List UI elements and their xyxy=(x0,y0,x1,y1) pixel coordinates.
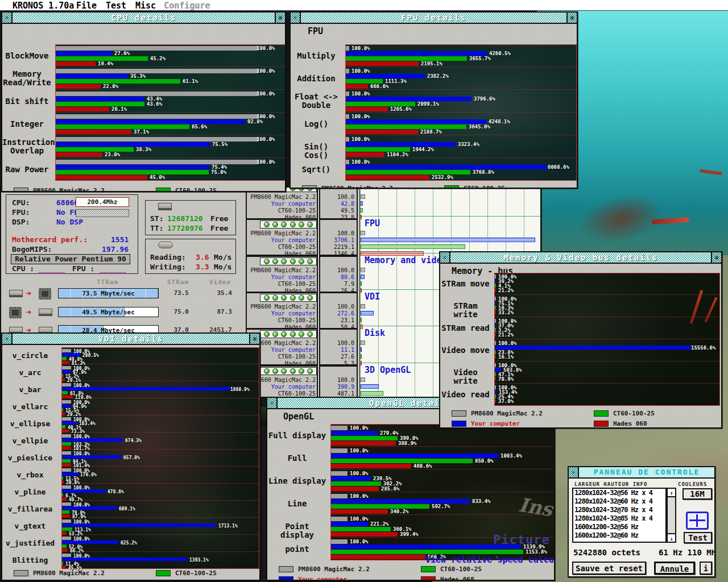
menu-misc[interactable]: Misc xyxy=(135,1,156,11)
close-icon[interactable]: ✕ xyxy=(2,334,13,344)
resolution-list-item[interactable]: 1600x1200-32@60 Hz xyxy=(573,531,665,540)
cpu-title-bar[interactable]: ✕ CPU details ▣ xyxy=(2,13,285,24)
bar-segment xyxy=(56,56,148,61)
result-value: 11.1 xyxy=(320,347,354,354)
bar-segment xyxy=(495,355,496,359)
bar-segment xyxy=(331,539,348,544)
info-button[interactable]: i xyxy=(700,562,712,575)
bar-value-label: 3768.8% xyxy=(473,170,494,175)
resolution-list-item[interactable]: 728x582-32@60 Hz x 4 xyxy=(573,497,665,506)
bar-segment xyxy=(56,124,189,129)
bar-value-label: 6068.6% xyxy=(548,165,569,170)
list-scrollbar[interactable]: ↑ ↓ xyxy=(667,488,676,543)
bar-segment xyxy=(346,119,486,124)
bar-segment xyxy=(331,454,498,458)
st-free-value: 12687120 xyxy=(167,214,203,223)
resolution-list-item[interactable]: 1600x1200-32@56 Hz xyxy=(573,523,665,531)
bar-value-label: 21.2% xyxy=(498,288,514,293)
bar-segment xyxy=(495,319,496,323)
scroll-up-icon[interactable]: ↑ xyxy=(668,489,675,497)
bar-value-label: 176.8% xyxy=(80,472,97,477)
benchmark-label: v_ellpie xyxy=(2,437,58,445)
benchmark-group: 100.0%92.8%65.6%37.1% xyxy=(56,113,285,135)
monitor-resize-icon[interactable] xyxy=(686,512,709,530)
benchmark-label: v_ellarc xyxy=(2,403,58,411)
benchmark-group: 100.0%625.2%52.0%66.2% xyxy=(62,535,259,552)
resolution-list-item[interactable]: 728x582-32@56 Hz x 4 xyxy=(573,489,665,497)
tt-label: TT: xyxy=(150,224,163,232)
bar-value-label: 1003.4% xyxy=(500,454,522,459)
fuller-icon[interactable]: ▣ xyxy=(711,252,721,263)
fuller-icon[interactable]: ▣ xyxy=(275,13,285,23)
resolution-list-item[interactable]: 728x582-32@70 Hz x 4 xyxy=(573,506,665,514)
legend-swatch xyxy=(452,421,466,427)
relative-power-button[interactable]: Relative Power Pentium 90 xyxy=(11,254,130,264)
fuller-icon[interactable]: ▣ xyxy=(566,13,577,23)
video-value: 35.4 xyxy=(205,289,232,297)
test-button[interactable]: Test xyxy=(684,532,712,543)
section-header: OpenGL xyxy=(283,411,314,422)
bar-value-label: 1153.8% xyxy=(526,550,547,555)
bar-segment xyxy=(495,341,496,345)
result-value: 272.6 xyxy=(320,310,354,317)
bar-segment xyxy=(62,357,67,360)
close-icon[interactable]: ✕ xyxy=(440,252,450,263)
result-value: 100.0 xyxy=(320,230,354,237)
result-value: 100.0 xyxy=(320,194,354,201)
bar-segment xyxy=(331,471,348,476)
close-icon[interactable]: ✕ xyxy=(569,467,579,477)
bar-segment xyxy=(62,506,117,510)
bar-segment xyxy=(62,502,71,506)
close-icon[interactable]: ✕ xyxy=(2,13,13,23)
writing-unit: Mo/s xyxy=(214,263,231,271)
bar-segment xyxy=(346,56,467,61)
led-indicator xyxy=(290,295,296,301)
bar-segment xyxy=(62,493,63,497)
control-panel-title-bar[interactable]: ✕ PANNEAU DE CONTROLE xyxy=(569,467,714,479)
benchmark-label: Video write xyxy=(440,368,491,385)
benchmark-group: 100.0%1868.9%61.8%119.6% xyxy=(62,382,259,398)
menu-configure[interactable]: Configure xyxy=(164,1,210,11)
bar-segment xyxy=(62,442,71,446)
close-icon[interactable]: ✕ xyxy=(267,398,278,408)
cancel-button[interactable]: Annule xyxy=(654,562,695,575)
menu-file[interactable]: File xyxy=(76,1,97,11)
vdi-title-bar[interactable]: ✕ VDI details ▣ xyxy=(2,334,259,345)
relative-bar xyxy=(361,361,362,365)
benchmark-label: Video move xyxy=(440,346,491,355)
save-reset-button[interactable]: Sauve et reset xyxy=(572,562,646,575)
bar-segment xyxy=(346,130,418,134)
bar-segment xyxy=(62,480,64,484)
relative-bar xyxy=(361,347,362,352)
bar-segment xyxy=(62,537,71,540)
bar-segment xyxy=(346,61,419,66)
bar-segment xyxy=(495,284,496,288)
relative-bar xyxy=(361,391,383,396)
membus-title-bar[interactable]: ✕ Memory & Video bus details ▣ xyxy=(440,252,721,264)
fpu-title-bar[interactable]: ✕ FPU details ▣ xyxy=(291,13,577,24)
benchmark-group: 100.0%1003.4%850.0%480.6% xyxy=(331,447,554,469)
bar-segment xyxy=(62,523,216,527)
close-icon[interactable]: ✕ xyxy=(291,13,301,23)
led-indicator xyxy=(272,222,278,227)
colors-16m-button[interactable]: 16M xyxy=(682,488,712,500)
fuller-icon[interactable]: ▣ xyxy=(249,334,259,344)
bar-segment xyxy=(62,361,69,364)
resolution-list-item[interactable]: 728x582-32@85 Hz x 4 xyxy=(573,514,665,523)
bar-value-label: 100.0% xyxy=(351,137,370,142)
list-column-headers: LARGEUR HAUTEUR INFO xyxy=(574,481,647,487)
benchmark-label: v_pline xyxy=(2,488,58,496)
legend-label: Hades 060 xyxy=(613,421,647,427)
writing-value: 3.3 xyxy=(196,263,209,271)
menu-test[interactable]: Test xyxy=(106,1,126,11)
bar-segment xyxy=(62,541,118,544)
mothercard-value: 1551 xyxy=(111,235,129,244)
scroll-down-icon[interactable]: ↓ xyxy=(668,533,675,542)
bar-segment xyxy=(331,441,396,446)
benchmark-group: 100.0%75.5%38.3%23.0% xyxy=(56,136,285,158)
legend-swatch xyxy=(14,188,28,191)
result-value: 42.8 xyxy=(320,201,354,207)
legend-label: PM8600 MagicMac 2.2 xyxy=(321,185,393,188)
view-relative-speed-link[interactable]: View relative speed calculs xyxy=(425,555,554,565)
bar-segment xyxy=(56,74,128,78)
